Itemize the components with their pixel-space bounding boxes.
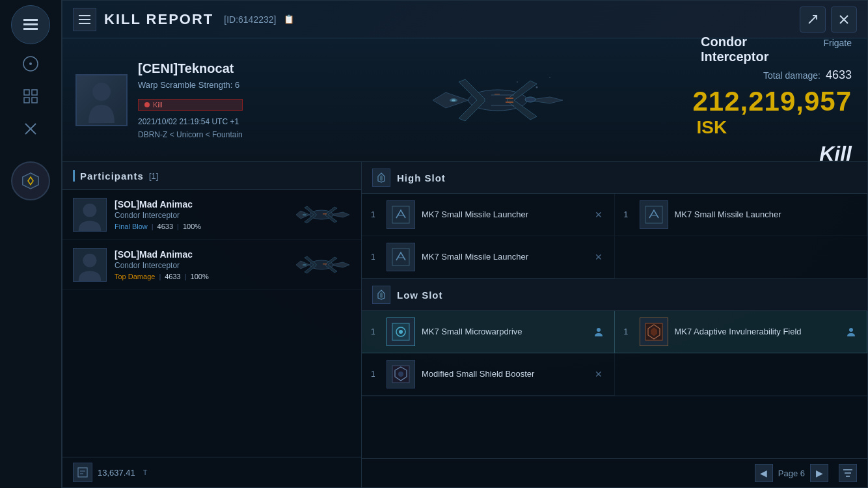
participant-item-2[interactable]: [SOL]Mad Animac Condor Interceptor Top D… <box>62 240 361 290</box>
top-damage-label: Top Damage <box>115 273 155 280</box>
participant-ship-img-2 <box>292 248 351 282</box>
participant-info-2: [SOL]Mad Animac Condor Interceptor Top D… <box>115 249 284 280</box>
isk-label: ISK <box>696 117 727 137</box>
ship-type-stat: Frigate <box>823 38 852 48</box>
kill-timestamp: 2021/10/02 21:19:54 UTC +1 <box>138 117 243 126</box>
equip-qty-high-4: 1 <box>624 210 633 219</box>
svg-rect-45 <box>392 249 409 265</box>
participants-title: Participants <box>80 170 144 182</box>
export-button[interactable] <box>800 7 826 33</box>
equip-close-high-2[interactable]: ✕ <box>592 251 605 264</box>
equip-item-low-3[interactable]: 1 Modified Small Shield Booster ✕ <box>362 353 615 396</box>
equip-name-low-3: Modified Small Shield Booster <box>422 369 586 380</box>
svg-rect-38 <box>78 468 87 477</box>
svg-rect-5 <box>24 90 29 95</box>
svg-rect-2 <box>23 28 38 30</box>
damage-label: Total damage: <box>763 70 821 81</box>
sidebar <box>0 0 62 488</box>
participant-stats-2: Top Damage | 4633 | 100% <box>115 273 284 280</box>
equip-item-low-2[interactable]: 1 MK7 Adaptive Invulnerability Field <box>615 311 868 353</box>
footer-icon <box>73 463 92 482</box>
stat-separator-2: | <box>177 223 179 230</box>
equip-item-high-4[interactable]: 1 MK7 Small Missile Launcher ✕ <box>615 194 868 236</box>
equip-item-low-1[interactable]: 1 MK7 Small Microwarpdrive <box>362 311 615 353</box>
svg-rect-8 <box>32 98 37 103</box>
svg-point-25 <box>536 86 537 88</box>
victim-name: [CENI]Teknocat <box>138 61 243 76</box>
equip-icon-high-2 <box>387 243 415 271</box>
page-next-button[interactable]: ▶ <box>810 464 828 482</box>
sidebar-nav-icon-1[interactable] <box>11 51 50 77</box>
ship-image-area <box>310 38 685 161</box>
svg-rect-43 <box>645 206 662 223</box>
kill-banner: [CENI]Teknocat Warp Scramble Strength: 6… <box>62 38 867 162</box>
victim-avatar <box>75 74 128 126</box>
section-header-bar <box>73 170 75 182</box>
sidebar-nav-icon-2[interactable] <box>11 83 50 109</box>
equip-icon-low-3 <box>387 360 415 388</box>
svg-point-26 <box>549 77 550 78</box>
equip-icon-low-2 <box>640 318 668 346</box>
kill-type-label: Kill <box>819 142 852 165</box>
svg-rect-7 <box>24 98 29 103</box>
final-blow-label: Final Blow <box>115 223 148 230</box>
hamburger-button[interactable] <box>73 8 96 31</box>
close-button[interactable] <box>831 7 857 33</box>
header-left: KILL REPORT [ID:6142232] 📋 <box>73 8 294 31</box>
svg-point-4 <box>29 62 32 65</box>
main-window: KILL REPORT [ID:6142232] 📋 <box>62 0 868 488</box>
svg-rect-21 <box>506 98 513 99</box>
equip-icon-low-1 <box>387 318 415 346</box>
participant-name-1: [SOL]Mad Animac <box>115 199 284 210</box>
equip-qty-high-2: 1 <box>371 252 380 262</box>
high-slot-title: High Slot <box>397 172 446 183</box>
equip-qty-low-2: 1 <box>624 327 633 336</box>
equip-item-high-2[interactable]: 1 MK7 Small Missile Launcher ✕ <box>362 236 615 278</box>
sidebar-menu-button[interactable] <box>11 5 50 44</box>
content-area: Participants [1] [SOL]Mad Animac <box>62 162 867 487</box>
ship-class-line: Condor Interceptor Frigate <box>701 34 852 64</box>
low-slot-section: Low Slot 1 MK7 Small Microwar <box>362 279 867 396</box>
equip-close-high-1[interactable]: ✕ <box>592 208 605 221</box>
stat-separator-4: | <box>185 273 187 280</box>
kill-location: DBRN-Z < Unicorn < Fountain <box>138 130 243 139</box>
equip-person-low-1 <box>592 325 605 338</box>
equip-close-low-3[interactable]: ✕ <box>592 368 605 381</box>
participant-item[interactable]: [SOL]Mad Animac Condor Interceptor Final… <box>62 190 361 240</box>
equip-item-high-1[interactable]: 1 MK7 Small Missile Launcher ✕ <box>362 194 615 236</box>
participant-stats-1: Final Blow | 4633 | 100% <box>115 223 284 230</box>
svg-rect-41 <box>392 206 409 223</box>
sidebar-combat-icon[interactable] <box>11 116 50 142</box>
svg-rect-32 <box>323 213 327 215</box>
svg-point-52 <box>849 328 853 332</box>
svg-point-29 <box>83 204 96 217</box>
footer-unit: T <box>143 468 148 476</box>
kill-report-header: KILL REPORT [ID:6142232] 📋 <box>62 1 867 38</box>
kill-type-line: Kill <box>819 142 852 166</box>
kill-badge-label: Kill <box>153 101 163 109</box>
copy-id-icon[interactable]: 📋 <box>284 14 294 24</box>
svg-point-15 <box>144 102 150 107</box>
equip-name-low-1: MK7 Small Microwarpdrive <box>422 327 586 338</box>
equip-name-high-4: MK7 Small Missile Launcher <box>675 210 839 221</box>
low-slot-items: 1 MK7 Small Microwarpdrive <box>362 311 867 396</box>
filter-button[interactable] <box>839 464 857 482</box>
svg-point-18 <box>452 99 455 101</box>
equip-name-high-1: MK7 Small Missile Launcher <box>422 210 586 221</box>
svg-point-31 <box>303 214 306 216</box>
svg-rect-6 <box>32 90 37 95</box>
participant-info-1: [SOL]Mad Animac Condor Interceptor Final… <box>115 199 284 230</box>
svg-point-50 <box>597 328 601 332</box>
svg-point-14 <box>92 83 111 101</box>
equip-person-low-2 <box>845 325 858 338</box>
page-prev-button[interactable]: ◀ <box>755 464 773 482</box>
stat-damage-2: 4633 <box>165 273 180 280</box>
header-right <box>800 7 857 33</box>
equip-icon-high-1 <box>387 200 415 229</box>
high-slot-icon <box>372 169 390 187</box>
equip-close-high-4[interactable]: ✕ <box>845 208 858 221</box>
svg-point-24 <box>525 97 536 102</box>
sidebar-badge-icon[interactable] <box>11 161 50 200</box>
equip-qty-low-3: 1 <box>371 370 380 379</box>
stat-damage-1: 4633 <box>157 223 173 230</box>
